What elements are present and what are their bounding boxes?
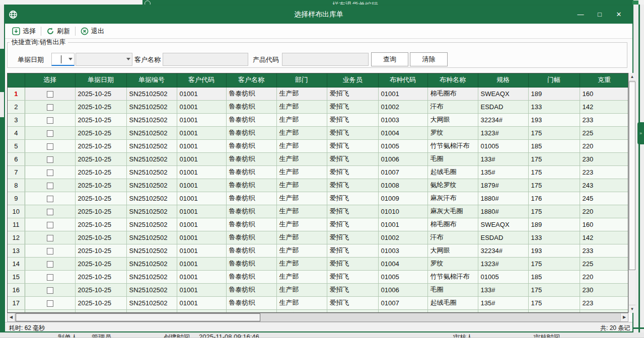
horizontal-scroll-thumb[interactable] xyxy=(16,313,260,321)
column-header[interactable]: 布种名称 xyxy=(427,73,478,87)
table-cell: 220 xyxy=(580,139,628,152)
table-cell: 01001 xyxy=(177,179,226,192)
table-cell: 230 xyxy=(580,283,628,296)
row-checkbox[interactable] xyxy=(47,170,53,176)
maximize-button[interactable]: □ xyxy=(590,8,609,22)
row-number: 4 xyxy=(8,126,25,139)
row-checkbox[interactable] xyxy=(47,156,53,163)
table-row[interactable]: 62025-10-25SN2510250201001鲁泰纺织生产部爱招飞0100… xyxy=(8,152,628,165)
column-header[interactable]: 单据日期 xyxy=(75,73,126,87)
column-header[interactable]: 规格 xyxy=(478,73,528,87)
table-row[interactable]: 42025-10-25SN2510250201001鲁泰纺织生产部爱招飞0100… xyxy=(8,126,628,139)
query-button[interactable]: 查询 xyxy=(371,52,408,66)
product-code-input[interactable] xyxy=(282,53,369,66)
row-checkbox[interactable] xyxy=(47,104,53,111)
scroll-left-button[interactable]: ◀ xyxy=(8,313,15,321)
table-row[interactable]: 22025-10-25SN2510250201001鲁泰纺织生产部爱招飞0100… xyxy=(8,100,628,113)
column-header[interactable]: 客户名称 xyxy=(226,73,276,87)
row-checkbox[interactable] xyxy=(47,274,53,281)
table-cell: 生产部 xyxy=(276,192,327,205)
column-header[interactable]: 选择 xyxy=(25,73,75,87)
table-cell: SN25102502 xyxy=(126,192,177,205)
table-row[interactable]: 32025-10-25SN2510250201001鲁泰纺织生产部爱招飞0100… xyxy=(8,113,628,126)
vertical-scroll-thumb[interactable] xyxy=(629,81,635,270)
row-checkbox[interactable] xyxy=(47,222,53,228)
table-cell: SWEAQX xyxy=(478,87,528,100)
minimize-button[interactable]: — xyxy=(571,8,590,22)
table-row[interactable]: 112025-10-25SN2510250201001鲁泰纺织生产部爱招飞010… xyxy=(8,218,628,231)
checkbox-cell xyxy=(25,257,75,270)
table-cell: 爱招飞 xyxy=(327,296,378,309)
row-checkbox[interactable] xyxy=(47,287,53,294)
table-cell: 爱招飞 xyxy=(327,165,378,179)
table-cell: 01003 xyxy=(378,244,427,257)
date-preset-combo[interactable] xyxy=(76,53,132,66)
table-cell: 1879# xyxy=(478,179,528,192)
column-header[interactable]: 业务员 xyxy=(327,73,378,87)
row-checkbox[interactable] xyxy=(47,130,53,137)
column-header[interactable]: 门幅 xyxy=(528,73,580,87)
table-cell: 175 xyxy=(528,257,580,270)
exit-button[interactable]: 退出 xyxy=(77,25,108,37)
table-row[interactable]: 92025-10-25SN2510250201001鲁泰纺织生产部爱招飞0100… xyxy=(8,192,628,205)
row-checkbox[interactable] xyxy=(47,91,53,98)
table-cell: 01001 xyxy=(177,126,226,139)
row-checkbox[interactable] xyxy=(47,183,53,189)
scroll-up-button[interactable]: ▲ xyxy=(629,73,635,81)
vertical-scrollbar[interactable]: ▲ ▼ xyxy=(628,73,635,313)
table-row[interactable]: 102025-10-25SN2510250201001鲁泰纺织生产部爱招飞010… xyxy=(8,205,628,218)
scroll-down-button[interactable]: ▼ xyxy=(629,305,635,313)
checkbox-cell xyxy=(25,139,75,152)
select-button[interactable]: 选择 xyxy=(8,25,40,37)
column-header[interactable]: 客户代码 xyxy=(177,73,226,87)
table-row[interactable]: 142025-10-25SN2510250201001鲁泰纺织生产部爱招飞010… xyxy=(8,257,628,270)
close-button[interactable]: ✕ xyxy=(609,8,628,22)
table-row[interactable]: 172025-10-25SN2510250201001鲁泰纺织生产部爱招飞010… xyxy=(8,296,628,309)
table-row[interactable]: 72025-10-25SN2510250201001鲁泰纺织生产部爱招飞0100… xyxy=(8,165,628,179)
customer-name-input[interactable] xyxy=(163,53,248,66)
row-number: 10 xyxy=(8,205,25,218)
checkbox-cell xyxy=(25,231,75,244)
scroll-right-button[interactable]: ▶ xyxy=(620,313,628,321)
table-cell: 鲁泰纺织 xyxy=(226,113,276,126)
table-cell: 176 xyxy=(528,192,580,205)
column-header[interactable]: 布种代码 xyxy=(378,73,427,87)
table-cell: 01001 xyxy=(177,244,226,257)
table-cell: 230 xyxy=(580,152,628,165)
toolbar-separator xyxy=(41,27,41,36)
row-checkbox[interactable] xyxy=(47,248,53,255)
table-cell: 生产部 xyxy=(276,100,327,113)
table-row[interactable]: 52025-10-25SN2510250201001鲁泰纺织生产部爱招飞0100… xyxy=(8,139,628,152)
table-cell: 133 xyxy=(528,100,580,113)
table-cell: 133# xyxy=(478,152,528,165)
row-checkbox[interactable] xyxy=(47,143,53,150)
background-side-tab: » xyxy=(637,122,644,144)
refresh-button[interactable]: 刷新 xyxy=(42,25,74,37)
horizontal-scrollbar[interactable]: ◀ ▶ xyxy=(7,313,628,322)
table-cell: SN25102502 xyxy=(126,231,177,244)
table-row[interactable]: 122025-10-25SN2510250201001鲁泰纺织生产部爱招飞010… xyxy=(8,231,628,244)
table-row[interactable]: 162025-10-25SN2510250201001鲁泰纺织生产部爱招飞010… xyxy=(8,283,628,296)
column-header[interactable]: 克重 xyxy=(580,73,628,87)
table-cell: 生产部 xyxy=(276,113,327,126)
clear-button[interactable]: 清除 xyxy=(410,52,448,66)
table-row[interactable]: 182025-10-25SN2510250201001鲁泰纺织生产部爱招飞010… xyxy=(8,309,628,313)
table-cell: 2025-10-25 xyxy=(75,192,126,205)
row-checkbox[interactable] xyxy=(47,196,53,202)
table-cell: 鲁泰纺织 xyxy=(226,309,276,313)
table-row[interactable]: 82025-10-25SN2510250201001鲁泰纺织生产部爱招飞0100… xyxy=(8,179,628,192)
table-cell: 175 xyxy=(528,165,580,179)
table-cell: 160 xyxy=(580,87,628,100)
column-header[interactable]: 部门 xyxy=(276,73,327,87)
table-row[interactable]: 152025-10-25SN2510250201001鲁泰纺织生产部爱招飞010… xyxy=(8,270,628,283)
table-cell: 193 xyxy=(528,113,580,126)
table-row[interactable]: 132025-10-25SN2510250201001鲁泰纺织生产部爱招飞010… xyxy=(8,244,628,257)
table-row[interactable]: 12025-10-25SN2510250201001鲁泰纺织生产部爱招飞0100… xyxy=(8,87,628,100)
row-checkbox[interactable] xyxy=(47,261,53,268)
date-range-combo[interactable] xyxy=(51,53,75,66)
column-header[interactable]: 单据编号 xyxy=(126,73,177,87)
row-checkbox[interactable] xyxy=(47,117,53,124)
row-checkbox[interactable] xyxy=(47,235,53,241)
row-checkbox[interactable] xyxy=(47,300,53,307)
row-checkbox[interactable] xyxy=(47,209,53,215)
